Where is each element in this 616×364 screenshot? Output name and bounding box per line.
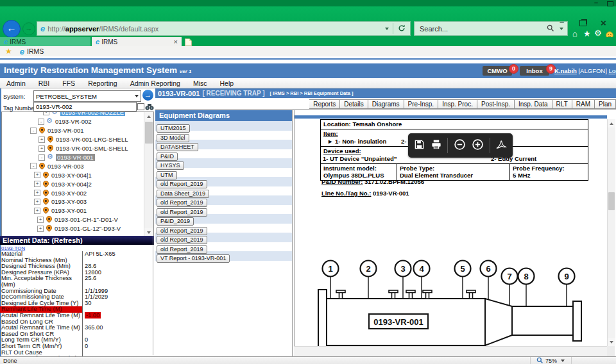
back-button[interactable]: ← <box>3 20 21 38</box>
tree-item-label[interactable]: 0193-XY-002 <box>51 190 87 197</box>
system-select[interactable]: PETROBEL_SYSTEM <box>33 90 141 102</box>
tree-item[interactable]: + 0193-XY-002 <box>2 188 144 197</box>
tree-item[interactable]: - 0193-VR-001 <box>2 126 144 135</box>
equipment-tab[interactable]: RAM <box>572 99 595 109</box>
menu-item[interactable]: Admin Reporting <box>124 79 187 87</box>
element-data-header[interactable]: Element Data: (Refresh) <box>0 236 154 245</box>
scroll-thumb[interactable] <box>608 192 615 210</box>
tab-label[interactable]: IRMS <box>101 38 117 46</box>
cmwo-button[interactable]: CMWO <box>483 66 512 76</box>
menu-item[interactable]: RBI <box>32 79 56 87</box>
tree-item[interactable]: - 0193-VR-002-NOZZLE <box>2 112 144 117</box>
window-restore-icon[interactable] <box>579 20 586 26</box>
scroll-down-icon[interactable] <box>608 338 615 346</box>
tree-item[interactable]: + 0193-XY-003 <box>2 197 144 206</box>
outer-maximize-icon[interactable] <box>607 1 613 6</box>
tree-item[interactable]: + 0193-XY-001 <box>2 206 144 215</box>
search-dropdown-icon[interactable] <box>560 28 563 30</box>
tree-item-label[interactable]: 0193-VR-001-LRG-SHELL <box>56 136 128 143</box>
tree-item[interactable]: + 0193-XY-004|1 <box>2 170 144 179</box>
tree-item[interactable]: + 0193-001-CH-1"-D01-V <box>2 215 144 224</box>
tree-item-label[interactable]: 0193-VR-001-SML-SHELL <box>56 145 128 152</box>
tree-item-label[interactable]: 0193-VR-002 <box>55 118 92 125</box>
outer-minimize-icon[interactable]: – <box>594 0 598 6</box>
equipment-tab[interactable]: Details <box>340 99 368 109</box>
tree-item[interactable]: - 0193-VR-001 <box>2 153 144 162</box>
print-icon[interactable] <box>431 139 442 153</box>
menu-item[interactable]: Reporting <box>81 79 124 87</box>
tree-item[interactable]: - 0193-VR-002 <box>2 117 144 126</box>
tree-item-label[interactable]: 0193-VR-001 <box>47 127 84 134</box>
tree-item-label[interactable]: 0193-VR-001 <box>56 154 95 161</box>
tree-expander[interactable]: - <box>30 163 37 169</box>
equipment-tab[interactable]: Insp. Data <box>515 99 552 109</box>
zoom-in-icon[interactable] <box>472 138 484 153</box>
new-tab-icon[interactable] <box>185 38 192 46</box>
scroll-up-icon[interactable] <box>608 119 615 128</box>
tree-item-label[interactable]: 0193-001-GL-12"-D93-V <box>55 225 121 232</box>
tree-item-label[interactable]: 0193-001-CH-1"-D01-V <box>55 216 118 223</box>
user-link[interactable]: K.nabih <box>554 67 577 74</box>
window-minimize-icon[interactable]: – <box>560 17 564 26</box>
tree-expander[interactable]: + <box>37 217 44 223</box>
url-dropdown-icon[interactable] <box>385 28 389 30</box>
address-bar[interactable]: e http://appserver/IRMS/default.aspx <box>37 21 411 36</box>
equipment-tab[interactable]: RLT <box>552 99 572 109</box>
equipment-tab[interactable]: Diagrams <box>368 99 404 109</box>
inbox-button[interactable]: Inbox <box>520 66 549 76</box>
menu-item[interactable]: Help <box>213 79 240 87</box>
tree-expander[interactable]: + <box>34 199 40 205</box>
search-icon[interactable] <box>547 24 554 33</box>
tree-expander[interactable]: + <box>37 226 44 232</box>
tree-item[interactable]: + 0193-VR-001-SML-SHELL <box>2 144 144 153</box>
tree-item-label[interactable]: 0193-XY-003 <box>51 198 87 205</box>
scroll-thumb[interactable] <box>145 122 153 144</box>
tree-item-label[interactable]: 0193-XY-004|2 <box>51 181 92 188</box>
zoom-level-value[interactable]: 75% <box>545 358 557 364</box>
tree-expander[interactable]: + <box>34 181 40 187</box>
tree-item[interactable]: - 0193-VR-003 <box>2 161 144 170</box>
tag-number-input[interactable]: 0193-VR-002 <box>33 102 137 112</box>
search-box[interactable]: Search... <box>414 21 568 36</box>
tree-expander[interactable]: + <box>34 208 40 214</box>
diagram-button[interactable]: VT Report - 0193-VR-001 <box>157 254 230 263</box>
menu-item[interactable]: FFS <box>56 79 81 87</box>
zoom-dropdown-icon[interactable] <box>561 360 565 362</box>
save-icon[interactable] <box>414 139 425 153</box>
tree-expander[interactable]: - <box>43 112 49 115</box>
viewer-vertical-scrollbar[interactable] <box>607 119 615 346</box>
refresh-icon[interactable] <box>393 24 410 33</box>
equipment-tab[interactable]: Reports <box>309 99 340 109</box>
tools-gear-icon[interactable]: ⚙ <box>594 28 602 38</box>
tag-search-checkbox[interactable] <box>137 103 144 110</box>
forward-button[interactable]: → <box>22 22 35 35</box>
viewer-horizontal-scrollbar[interactable] <box>294 346 607 357</box>
menu-item[interactable]: Admin <box>0 79 32 87</box>
tab-close-icon[interactable]: × <box>174 38 178 45</box>
tab-irms-active[interactable]: e IRMS × <box>92 37 182 46</box>
tree-item-label[interactable]: 0193-VR-003 <box>47 163 84 170</box>
tree-item[interactable]: + 0193-VR-001-LRG-SHELL <box>2 135 144 144</box>
tree-expander[interactable]: + <box>38 145 45 152</box>
equipment-tab[interactable]: Pre-Insp. <box>404 99 439 109</box>
favorites-irms-link[interactable]: IRMS <box>27 47 44 55</box>
favorites-star-icon[interactable]: ★ <box>5 47 12 56</box>
window-close-icon[interactable]: × <box>601 17 606 28</box>
system-go-button[interactable]: → <box>142 90 153 101</box>
equipment-tab[interactable]: Post-Insp. <box>477 99 515 109</box>
tree-item[interactable]: + 0193-001-GL-12"-D93-V <box>2 224 144 233</box>
zoom-level-icon[interactable] <box>536 357 543 364</box>
tree-item-label[interactable]: 0193-XY-004|1 <box>51 172 92 179</box>
logout-link[interactable]: Logout <box>608 67 616 74</box>
tree-item-label[interactable]: 0193-XY-001 <box>51 207 87 214</box>
tree-item[interactable]: + 0193-XY-004|2 <box>2 179 144 188</box>
tree-expander[interactable]: - <box>38 154 45 161</box>
tree-scrollbar[interactable] <box>144 112 153 236</box>
tree-expander[interactable]: - <box>38 119 44 125</box>
url-text[interactable]: http://appserver/IRMS/default.aspx <box>47 25 158 33</box>
tab-irms-background[interactable]: e IRMS <box>0 37 90 46</box>
tree-item-label[interactable]: 0193-VR-002-NOZZLE <box>60 112 125 116</box>
equipment-tab[interactable]: Plan <box>595 99 616 109</box>
tree-expander[interactable]: - <box>30 128 37 134</box>
equipment-tab[interactable]: Insp. Proc. <box>438 99 477 109</box>
